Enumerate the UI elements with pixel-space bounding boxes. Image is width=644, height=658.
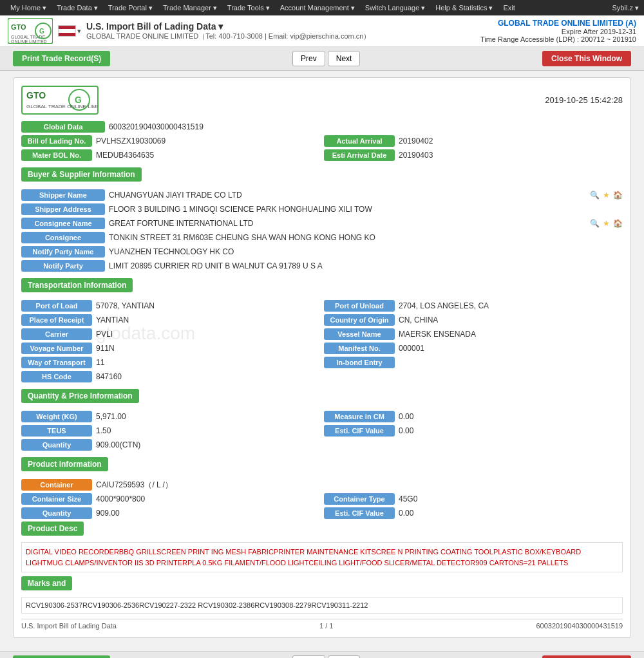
consignee-name-label: Consignee Name: [21, 218, 105, 229]
nav-trade-manager[interactable]: Trade Manager ▾: [158, 4, 222, 12]
nav-trade-data[interactable]: Trade Data ▾: [52, 4, 103, 12]
close-button-bottom[interactable]: Close This Window: [542, 655, 631, 658]
product-esti-cif-value: 0.00: [399, 509, 623, 518]
card-logo: GTO G GLOBAL TRADE ONLINE LIMITED: [21, 86, 99, 115]
top-action-bar: Print Trade Record(S) Prev Next Close Th…: [0, 47, 644, 71]
quantity-value: 909.00(CTN): [96, 440, 623, 449]
svg-text:G: G: [39, 28, 44, 35]
buyer-supplier-section: Buyer & Supplier Information: [21, 167, 623, 185]
global-data-value: 6003201904030000431519: [109, 122, 623, 131]
nav-account-management[interactable]: Account Management ▾: [275, 4, 360, 12]
consignee-name-value: GREAT FORTUNE INTERNATIONAL LTD: [109, 219, 578, 228]
card-footer: U.S. Import Bill of Lading Data 1 / 1 60…: [21, 619, 623, 630]
port-load-value: 57078, YANTIAN: [96, 301, 320, 310]
marks-header: Marks and: [21, 576, 72, 590]
next-button-bottom[interactable]: Next: [328, 655, 361, 658]
manifest-label: Manifest No.: [324, 343, 395, 354]
weight-row: Weight (KG) 5,971.00 Measure in CM 0.00: [21, 411, 623, 422]
carrier-value: PVLI gtodata.com: [96, 330, 320, 339]
nav-trade-tools[interactable]: Trade Tools ▾: [222, 4, 275, 12]
expire-info: Expire After 2019-12-31: [480, 28, 636, 35]
product-desc-header: Product Desc: [21, 522, 84, 536]
user-info[interactable]: Sybil.z ▾: [612, 4, 639, 12]
print-button-top[interactable]: Print Trade Record(S): [13, 51, 110, 66]
nav-help-statistics[interactable]: Help & Statistics ▾: [430, 4, 498, 12]
esti-cif-label: Esti. CIF Value: [324, 425, 395, 437]
header-left: GTO GLOBAL TRADE ONLINE LIMITED G ▾ U.S.…: [8, 18, 370, 44]
consignee-home-icon[interactable]: 🏠: [613, 219, 623, 228]
product-quantity-label: Quantity: [21, 507, 92, 519]
vessel-name-label: Vessel Name: [324, 328, 395, 340]
quantity-row: Quantity 909.00(CTN): [21, 439, 623, 451]
hs-code-value: 847160: [96, 372, 623, 381]
print-button-bottom[interactable]: Print Trade Record(S): [13, 655, 110, 658]
footer-doc-type: U.S. Import Bill of Lading Data: [21, 622, 117, 630]
svg-text:GTO: GTO: [11, 23, 26, 31]
notify-party-name-row: Notify Party Name YUANZHEN TECHNOLOGY HK…: [21, 246, 623, 258]
place-receipt-value: YANTIAN: [96, 315, 320, 324]
bol-row: Bill of Lading No. PVLHSZX19030069 Actua…: [21, 135, 623, 147]
nav-exit[interactable]: Exit: [498, 4, 520, 12]
header-right: GLOBAL TRADE ONLINE LIMITED (A) Expire A…: [480, 19, 636, 43]
actual-arrival-label: Actual Arrival: [324, 135, 395, 147]
logo: GTO GLOBAL TRADE ONLINE LIMITED G: [8, 18, 53, 44]
page-title: U.S. Import Bill of Lading Data ▾: [86, 21, 370, 32]
product-header: Product Information: [21, 457, 108, 471]
transportation-section: Transportation Information: [21, 278, 623, 296]
container-row: Container CAIU7259593（/ L /）: [21, 479, 623, 491]
consignee-star-icon[interactable]: ★: [603, 219, 610, 228]
transportation-header: Transportation Information: [21, 278, 133, 292]
nav-switch-language[interactable]: Switch Language ▾: [360, 4, 430, 12]
bol-label: Bill of Lading No.: [21, 135, 92, 147]
shipper-address-value: FLOOR 3 BUILDING 1 MINGQI SCIENCE PARK H…: [109, 205, 623, 214]
notify-party-name-value: YUANZHEN TECHNOLOGY HK CO: [109, 247, 623, 256]
measure-label: Measure in CM: [324, 411, 395, 422]
flag-selector[interactable]: ▾: [58, 25, 81, 37]
actual-arrival-value: 20190402: [399, 136, 623, 146]
voyage-label: Voyage Number: [21, 343, 92, 354]
nav-trade-portal[interactable]: Trade Portal ▾: [103, 4, 158, 12]
container-size-label: Container Size: [21, 493, 92, 505]
footer-doc-id: 6003201904030000431519: [536, 622, 623, 630]
pagination-buttons-top: Prev Next: [292, 51, 360, 66]
shipper-search-icon[interactable]: 🔍: [590, 191, 600, 200]
shipper-star-icon[interactable]: ★: [603, 191, 610, 200]
marks-value: RCV190306-2537RCV190306-2536RCV190227-23…: [21, 597, 623, 614]
record-datetime: 2019-10-25 15:42:28: [545, 95, 623, 105]
teus-row: TEUS 1.50 Esti. CIF Value 0.00: [21, 425, 623, 437]
weight-label: Weight (KG): [21, 411, 92, 422]
port-load-label: Port of Load: [21, 300, 92, 312]
flag-dropdown[interactable]: ▾: [77, 27, 81, 35]
header-bar: GTO GLOBAL TRADE ONLINE LIMITED G ▾ U.S.…: [0, 15, 644, 47]
quantity-section: Quantity & Price Information: [21, 389, 623, 407]
close-button-top[interactable]: Close This Window: [542, 51, 631, 66]
prev-button-bottom[interactable]: Prev: [292, 655, 325, 658]
svg-text:ONLINE LIMITED: ONLINE LIMITED: [11, 39, 47, 44]
master-bol-label: Mater BOL No.: [21, 149, 92, 161]
way-transport-value: 11: [96, 358, 320, 367]
next-button-top[interactable]: Next: [328, 51, 361, 66]
hs-code-row: HS Code 847160: [21, 371, 623, 382]
manifest-value: 000001: [399, 344, 623, 353]
teus-value: 1.50: [96, 426, 320, 435]
nav-my-home[interactable]: My Home ▾: [5, 4, 52, 12]
shipper-home-icon[interactable]: 🏠: [613, 191, 623, 200]
shipper-name-value: CHUANGYUAN JIAYI TRADE CO LTD: [109, 191, 578, 200]
notify-party-name-label: Notify Party Name: [21, 246, 105, 258]
shipper-name-row: Shipper Name CHUANGYUAN JIAYI TRADE CO L…: [21, 189, 623, 201]
container-label: Container: [21, 479, 92, 491]
product-esti-cif-label: Esti. CIF Value: [324, 507, 395, 519]
esti-cif-value: 0.00: [399, 426, 623, 435]
consignee-row: Consignee TONKIN STREET 31 RM603E CHEUNG…: [21, 232, 623, 243]
footer-page-info: 1 / 1: [319, 622, 333, 630]
way-transport-label: Way of Transport: [21, 357, 92, 368]
consignee-icons: 🔍 ★ 🏠: [587, 219, 623, 228]
container-value: CAIU7259593（/ L /）: [96, 480, 623, 491]
consignee-search-icon[interactable]: 🔍: [590, 219, 600, 228]
vessel-name-value: MAERSK ENSENADA: [399, 330, 623, 339]
card-header: GTO G GLOBAL TRADE ONLINE LIMITED 2019-1…: [21, 86, 623, 115]
prev-button-top[interactable]: Prev: [292, 51, 325, 66]
company-contact: GLOBAL TRADE ONLINE LIMITED（Tel: 400-710…: [86, 32, 370, 41]
product-quantity-row: Quantity 909.00 Esti. CIF Value 0.00: [21, 507, 623, 519]
shipper-address-row: Shipper Address FLOOR 3 BUILDING 1 MINGQ…: [21, 203, 623, 215]
